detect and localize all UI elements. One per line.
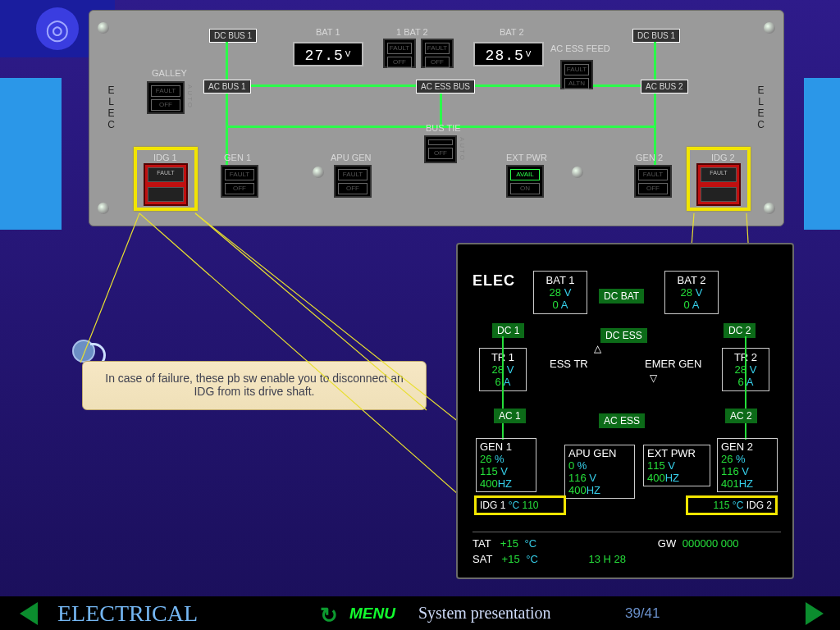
- elec-label-right: ELEC: [756, 84, 767, 130]
- ecam-dcess: DC ESS: [600, 328, 647, 343]
- ecam-line: [502, 336, 504, 409]
- bat2-voltage: 28.5V: [473, 42, 544, 66]
- logo-icon: ◎: [36, 7, 79, 50]
- screw-icon: [572, 167, 583, 178]
- screw-icon: [98, 203, 109, 214]
- bus-tie-label: BUS TIE: [426, 123, 461, 133]
- ecam-gen2: GEN 2 26 % 116 V 401HZ: [717, 438, 778, 492]
- section-title: ELECTRICAL: [57, 600, 320, 627]
- ac-ess-bus-box: AC ESS BUS: [416, 80, 475, 94]
- ecam-apugen: APU GEN 0 % 116 V 400HZ: [564, 445, 635, 499]
- dc-bus-1-box: DC BUS 1: [209, 29, 257, 43]
- screw-icon: [764, 203, 775, 214]
- bat-mid-label: 1 BAT 2: [396, 27, 428, 37]
- ecam-esstr: ESS TR: [550, 358, 588, 370]
- ext-pwr-label: EXT PWR: [506, 153, 547, 162]
- auto-label2: AUTO: [459, 137, 466, 162]
- gen1-label: GEN 1: [224, 153, 251, 162]
- refresh-icon[interactable]: ↻: [320, 603, 341, 624]
- screw-icon: [764, 22, 775, 34]
- dc-bus-1-box-right: DC BUS 1: [632, 29, 680, 43]
- speaker-icon[interactable]: [72, 340, 95, 363]
- overhead-panel: ELEC ELEC DC BUS 1 BAT 1 1 BAT 2 BAT 2 A…: [89, 10, 784, 226]
- ecam-bat1-box: BAT 1 28 V 0 A: [533, 271, 587, 314]
- ecam-ac1: AC 1: [494, 409, 526, 423]
- svg-line-2: [139, 213, 472, 507]
- ecam-line: [502, 423, 504, 440]
- gen2-pb[interactable]: FAULTOFF: [634, 165, 672, 198]
- menu-button[interactable]: MENU: [349, 605, 395, 623]
- ecam-display: ELEC BAT 1 28 V 0 A DC BAT BAT 2 28 V 0 …: [456, 243, 794, 579]
- next-arrow[interactable]: [806, 602, 824, 625]
- ecam-idg1-readout: IDG 1 °C 110: [474, 495, 566, 515]
- apu-gen-pb[interactable]: FAULTOFF: [334, 165, 372, 198]
- right-accent: [804, 78, 840, 230]
- bat1-pb[interactable]: FAULTOFF: [383, 39, 416, 68]
- screw-icon: [313, 167, 324, 178]
- ac-ess-feed-pb[interactable]: FAULTALTN: [560, 60, 593, 89]
- ac-bus-1-box: AC BUS 1: [203, 80, 251, 94]
- elec-label-left: ELEC: [106, 84, 117, 130]
- ecam-line: [745, 423, 746, 440]
- svg-line-0: [80, 213, 139, 363]
- ac-bus-2-box: AC BUS 2: [641, 80, 688, 94]
- bus-tie-pb[interactable]: OFF: [424, 135, 457, 163]
- narration-callout: In case of failure, these pb sw enable y…: [82, 361, 427, 410]
- subsection-title: System presentation: [418, 604, 615, 623]
- screw-icon: [98, 22, 109, 34]
- ecam-bat2-box: BAT 2 28 V 0 A: [664, 271, 719, 314]
- ecam-ac2: AC 2: [725, 409, 757, 423]
- footer-bar: ELECTRICAL ↻ MENU System presentation 39…: [0, 596, 840, 630]
- prev-arrow[interactable]: [20, 602, 38, 625]
- ac-ess-feed-label: AC ESS FEED: [550, 43, 610, 53]
- gen2-label: GEN 2: [636, 153, 663, 162]
- gen1-pb[interactable]: FAULTOFF: [221, 165, 258, 198]
- ecam-idg2-readout: 115 °C IDG 2: [686, 495, 778, 515]
- bus-line: [654, 42, 656, 84]
- ecam-gen1: GEN 1 26 % 115 V 400HZ: [476, 438, 536, 492]
- galley-label: GALLEY: [152, 68, 187, 78]
- bat2-pb[interactable]: FAULTOFF: [421, 39, 454, 68]
- tri-up: △: [594, 343, 601, 354]
- ecam-emergen: EMER GEN: [645, 358, 701, 370]
- auto-label: AUTO: [186, 84, 194, 109]
- bat1-label: BAT 1: [316, 27, 340, 37]
- bat1-voltage: 27.5V: [293, 42, 363, 66]
- bus-line: [226, 42, 228, 84]
- tri-down: ▽: [650, 372, 657, 384]
- ext-pwr-pb[interactable]: AVAILON: [506, 165, 544, 198]
- left-accent: [0, 78, 62, 230]
- page-indicator: 39/41: [625, 605, 660, 622]
- apu-gen-label: APU GEN: [331, 153, 372, 162]
- ecam-line: [745, 336, 746, 409]
- ecam-dc1: DC 1: [492, 323, 524, 338]
- ecam-dc2: DC 2: [724, 323, 756, 338]
- ecam-extpwr: EXT PWR 115 V 400HZ: [643, 445, 710, 486]
- ecam-acess: AC ESS: [599, 413, 645, 428]
- ecam-bottom-strip: TAT +15 °C GW 000000 000 SAT +15 °C 13 H…: [472, 532, 781, 565]
- idg1-guarded-pb[interactable]: FAULT: [144, 163, 188, 206]
- ecam-title: ELEC: [472, 272, 515, 290]
- galley-pb[interactable]: FAULTOFF: [147, 81, 185, 114]
- bat2-label: BAT 2: [500, 27, 524, 37]
- ecam-dcbat: DC BAT: [599, 289, 644, 304]
- idg2-guarded-pb[interactable]: FAULT: [696, 163, 741, 206]
